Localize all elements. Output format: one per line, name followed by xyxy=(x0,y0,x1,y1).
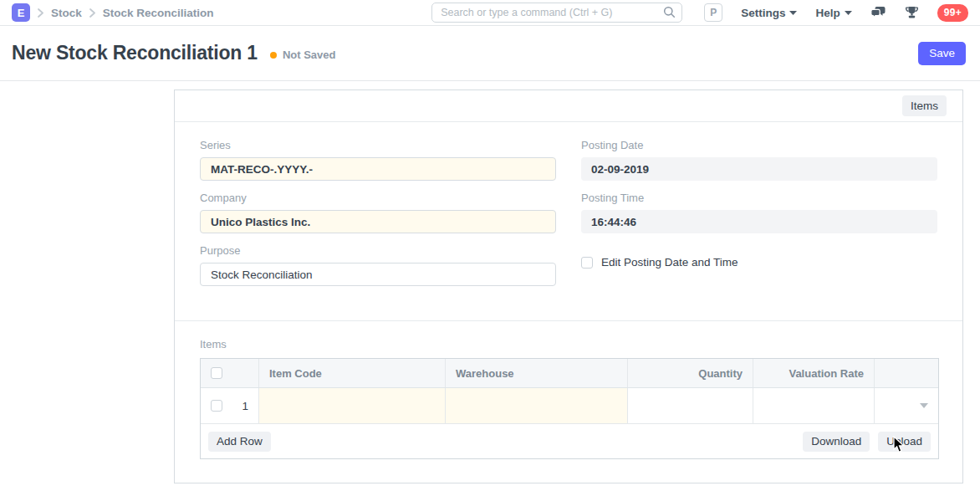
header-warehouse: Warehouse xyxy=(446,359,628,387)
status-dot-icon xyxy=(270,52,277,59)
navbar-right: P Settings Help 99+ xyxy=(704,3,968,22)
company-field: Company xyxy=(200,192,556,233)
settings-menu[interactable]: Settings xyxy=(741,7,797,19)
series-label: Series xyxy=(200,139,556,151)
posting-time-value: 16:44:46 xyxy=(581,210,937,233)
status-text: Not Saved xyxy=(283,49,336,61)
header-valuation-rate: Valuation Rate xyxy=(753,359,875,387)
add-row-button[interactable]: Add Row xyxy=(208,432,271,452)
items-grid-footer: Add Row Download Upload xyxy=(201,424,938,458)
help-label: Help xyxy=(815,7,840,19)
purpose-label: Purpose xyxy=(200,244,556,257)
settings-label: Settings xyxy=(741,7,785,19)
upload-button[interactable]: Upload xyxy=(878,432,931,452)
posting-date-field: Posting Date 02-09-2019 xyxy=(581,139,937,181)
breadcrumb-stock[interactable]: Stock xyxy=(51,7,82,19)
row-expand-caret-icon[interactable] xyxy=(920,403,928,408)
trophy-icon[interactable] xyxy=(905,6,919,19)
table-row: 1 xyxy=(201,388,938,424)
details-right-column: Posting Date 02-09-2019 Posting Time 16:… xyxy=(581,139,937,320)
row-index: 1 xyxy=(242,400,248,412)
navbar: E Stock Stock Reconciliation P Settings … xyxy=(0,0,980,26)
quantity-cell[interactable] xyxy=(628,388,753,423)
header-item-code: Item Code xyxy=(259,359,446,387)
search-input[interactable] xyxy=(431,3,682,23)
company-label: Company xyxy=(200,192,556,204)
edit-posting-checkbox-row[interactable]: Edit Posting Date and Time xyxy=(581,256,937,269)
header-select-cell xyxy=(201,359,259,387)
breadcrumb-stock-reconciliation[interactable]: Stock Reconciliation xyxy=(103,7,214,19)
company-input[interactable] xyxy=(200,210,556,233)
details-left-column: Series Company Purpose Stock Reconciliat… xyxy=(200,139,556,320)
status-indicator: Not Saved xyxy=(270,49,336,61)
valuation-rate-cell[interactable] xyxy=(753,388,875,423)
chevron-down-icon xyxy=(845,11,852,15)
item-code-cell[interactable] xyxy=(259,388,446,423)
form-tab-row: Items xyxy=(175,90,962,122)
search-icon xyxy=(663,6,676,21)
tab-items[interactable]: Items xyxy=(902,95,947,116)
row-select-cell: 1 xyxy=(201,388,259,423)
download-button[interactable]: Download xyxy=(803,432,870,452)
user-avatar[interactable]: P xyxy=(704,3,722,22)
help-menu[interactable]: Help xyxy=(815,7,851,19)
select-all-checkbox[interactable] xyxy=(211,367,222,379)
chevron-right-icon xyxy=(89,8,95,18)
posting-time-label: Posting Time xyxy=(581,192,937,204)
chat-icon[interactable] xyxy=(870,6,886,19)
purpose-field: Purpose Stock Reconciliation xyxy=(200,244,556,286)
page-title: New Stock Reconciliation 1 xyxy=(12,42,258,64)
row-checkbox[interactable] xyxy=(211,400,222,412)
items-grid-header: Item Code Warehouse Quantity Valuation R… xyxy=(201,359,938,388)
edit-posting-label: Edit Posting Date and Time xyxy=(601,256,738,269)
posting-date-value: 02-09-2019 xyxy=(581,157,937,181)
warehouse-cell[interactable] xyxy=(446,388,628,423)
posting-date-label: Posting Date xyxy=(581,139,937,151)
series-input[interactable] xyxy=(200,157,556,181)
details-section: Series Company Purpose Stock Reconciliat… xyxy=(175,122,962,321)
series-field: Series xyxy=(200,139,556,181)
edit-posting-checkbox[interactable] xyxy=(581,257,593,269)
posting-time-field: Posting Time 16:44:46 xyxy=(581,192,937,233)
items-section-label: Items xyxy=(200,338,937,350)
save-button[interactable]: Save xyxy=(918,42,966,65)
app-logo[interactable]: E xyxy=(12,3,30,22)
row-actions-cell xyxy=(875,388,938,423)
page-head: New Stock Reconciliation 1 Not Saved Sav… xyxy=(0,26,980,81)
purpose-select[interactable]: Stock Reconciliation xyxy=(200,263,556,286)
global-search xyxy=(431,3,682,23)
header-actions xyxy=(875,359,938,387)
form-card: Items Series Company Purpose Stock Recon… xyxy=(174,90,963,483)
items-section: Items Item Code Warehouse Quantity Valua… xyxy=(175,321,962,459)
header-quantity: Quantity xyxy=(628,359,753,387)
items-grid: Item Code Warehouse Quantity Valuation R… xyxy=(200,358,939,459)
chevron-down-icon xyxy=(789,11,797,15)
notifications-badge[interactable]: 99+ xyxy=(937,4,968,22)
chevron-right-icon xyxy=(38,8,43,18)
